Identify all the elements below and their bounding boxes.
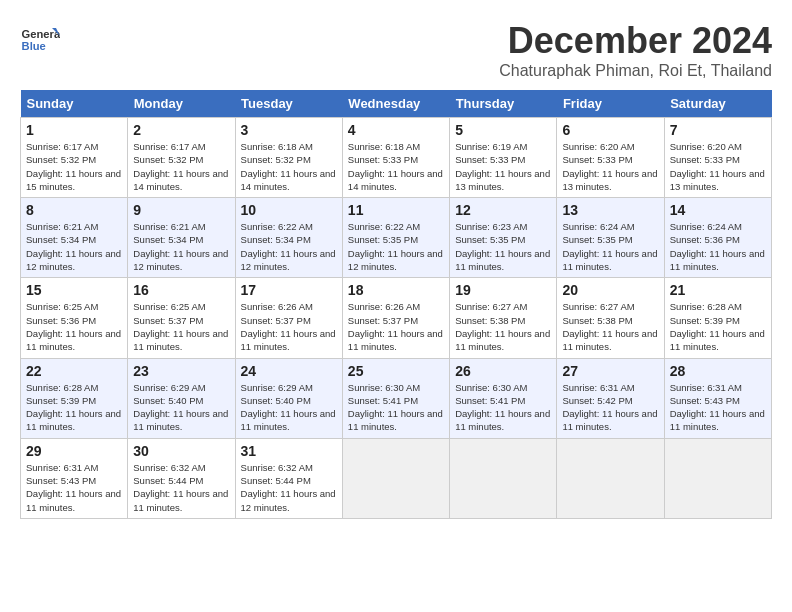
day-info: Sunrise: 6:30 AMSunset: 5:41 PMDaylight:…	[348, 381, 444, 434]
day-number: 22	[26, 363, 122, 379]
day-info: Sunrise: 6:26 AMSunset: 5:37 PMDaylight:…	[241, 300, 337, 353]
calendar-cell: 10Sunrise: 6:22 AMSunset: 5:34 PMDayligh…	[235, 198, 342, 278]
day-info: Sunrise: 6:32 AMSunset: 5:44 PMDaylight:…	[241, 461, 337, 514]
day-number: 16	[133, 282, 229, 298]
day-info: Sunrise: 6:29 AMSunset: 5:40 PMDaylight:…	[133, 381, 229, 434]
col-friday: Friday	[557, 90, 664, 118]
day-info: Sunrise: 6:20 AMSunset: 5:33 PMDaylight:…	[670, 140, 766, 193]
day-info: Sunrise: 6:20 AMSunset: 5:33 PMDaylight:…	[562, 140, 658, 193]
day-number: 17	[241, 282, 337, 298]
location-subtitle: Chaturaphak Phiman, Roi Et, Thailand	[499, 62, 772, 80]
day-number: 26	[455, 363, 551, 379]
calendar-cell: 28Sunrise: 6:31 AMSunset: 5:43 PMDayligh…	[664, 358, 771, 438]
col-sunday: Sunday	[21, 90, 128, 118]
day-number: 29	[26, 443, 122, 459]
day-info: Sunrise: 6:21 AMSunset: 5:34 PMDaylight:…	[26, 220, 122, 273]
calendar-cell: 16Sunrise: 6:25 AMSunset: 5:37 PMDayligh…	[128, 278, 235, 358]
day-number: 31	[241, 443, 337, 459]
day-info: Sunrise: 6:17 AMSunset: 5:32 PMDaylight:…	[133, 140, 229, 193]
day-number: 14	[670, 202, 766, 218]
day-number: 5	[455, 122, 551, 138]
day-number: 8	[26, 202, 122, 218]
header-row: Sunday Monday Tuesday Wednesday Thursday…	[21, 90, 772, 118]
calendar-cell: 9Sunrise: 6:21 AMSunset: 5:34 PMDaylight…	[128, 198, 235, 278]
day-info: Sunrise: 6:19 AMSunset: 5:33 PMDaylight:…	[455, 140, 551, 193]
day-info: Sunrise: 6:21 AMSunset: 5:34 PMDaylight:…	[133, 220, 229, 273]
day-number: 2	[133, 122, 229, 138]
calendar-cell: 12Sunrise: 6:23 AMSunset: 5:35 PMDayligh…	[450, 198, 557, 278]
calendar-cell	[450, 438, 557, 518]
header: General Blue December 2024 Chaturaphak P…	[20, 20, 772, 80]
calendar-cell: 14Sunrise: 6:24 AMSunset: 5:36 PMDayligh…	[664, 198, 771, 278]
day-number: 1	[26, 122, 122, 138]
calendar-week-2: 8Sunrise: 6:21 AMSunset: 5:34 PMDaylight…	[21, 198, 772, 278]
calendar-cell: 26Sunrise: 6:30 AMSunset: 5:41 PMDayligh…	[450, 358, 557, 438]
calendar-week-1: 1Sunrise: 6:17 AMSunset: 5:32 PMDaylight…	[21, 118, 772, 198]
calendar-cell: 19Sunrise: 6:27 AMSunset: 5:38 PMDayligh…	[450, 278, 557, 358]
day-info: Sunrise: 6:31 AMSunset: 5:43 PMDaylight:…	[26, 461, 122, 514]
logo: General Blue	[20, 20, 64, 60]
day-number: 23	[133, 363, 229, 379]
calendar-cell	[557, 438, 664, 518]
day-info: Sunrise: 6:23 AMSunset: 5:35 PMDaylight:…	[455, 220, 551, 273]
day-number: 19	[455, 282, 551, 298]
calendar-cell: 27Sunrise: 6:31 AMSunset: 5:42 PMDayligh…	[557, 358, 664, 438]
day-number: 9	[133, 202, 229, 218]
calendar-week-5: 29Sunrise: 6:31 AMSunset: 5:43 PMDayligh…	[21, 438, 772, 518]
day-number: 11	[348, 202, 444, 218]
svg-text:Blue: Blue	[22, 40, 46, 52]
day-info: Sunrise: 6:27 AMSunset: 5:38 PMDaylight:…	[455, 300, 551, 353]
calendar-cell: 18Sunrise: 6:26 AMSunset: 5:37 PMDayligh…	[342, 278, 449, 358]
day-number: 4	[348, 122, 444, 138]
calendar-cell: 8Sunrise: 6:21 AMSunset: 5:34 PMDaylight…	[21, 198, 128, 278]
calendar-cell: 29Sunrise: 6:31 AMSunset: 5:43 PMDayligh…	[21, 438, 128, 518]
day-info: Sunrise: 6:29 AMSunset: 5:40 PMDaylight:…	[241, 381, 337, 434]
day-info: Sunrise: 6:24 AMSunset: 5:36 PMDaylight:…	[670, 220, 766, 273]
day-number: 7	[670, 122, 766, 138]
col-saturday: Saturday	[664, 90, 771, 118]
day-info: Sunrise: 6:32 AMSunset: 5:44 PMDaylight:…	[133, 461, 229, 514]
day-number: 15	[26, 282, 122, 298]
day-number: 3	[241, 122, 337, 138]
col-wednesday: Wednesday	[342, 90, 449, 118]
calendar-cell: 20Sunrise: 6:27 AMSunset: 5:38 PMDayligh…	[557, 278, 664, 358]
calendar-week-4: 22Sunrise: 6:28 AMSunset: 5:39 PMDayligh…	[21, 358, 772, 438]
day-info: Sunrise: 6:22 AMSunset: 5:34 PMDaylight:…	[241, 220, 337, 273]
logo-icon: General Blue	[20, 20, 60, 60]
calendar-cell: 1Sunrise: 6:17 AMSunset: 5:32 PMDaylight…	[21, 118, 128, 198]
day-number: 6	[562, 122, 658, 138]
day-number: 27	[562, 363, 658, 379]
day-number: 10	[241, 202, 337, 218]
day-number: 21	[670, 282, 766, 298]
day-info: Sunrise: 6:18 AMSunset: 5:32 PMDaylight:…	[241, 140, 337, 193]
calendar-cell: 25Sunrise: 6:30 AMSunset: 5:41 PMDayligh…	[342, 358, 449, 438]
calendar-cell: 22Sunrise: 6:28 AMSunset: 5:39 PMDayligh…	[21, 358, 128, 438]
col-monday: Monday	[128, 90, 235, 118]
day-info: Sunrise: 6:24 AMSunset: 5:35 PMDaylight:…	[562, 220, 658, 273]
day-info: Sunrise: 6:17 AMSunset: 5:32 PMDaylight:…	[26, 140, 122, 193]
day-info: Sunrise: 6:31 AMSunset: 5:43 PMDaylight:…	[670, 381, 766, 434]
calendar-week-3: 15Sunrise: 6:25 AMSunset: 5:36 PMDayligh…	[21, 278, 772, 358]
calendar-cell: 24Sunrise: 6:29 AMSunset: 5:40 PMDayligh…	[235, 358, 342, 438]
calendar-cell: 15Sunrise: 6:25 AMSunset: 5:36 PMDayligh…	[21, 278, 128, 358]
day-info: Sunrise: 6:31 AMSunset: 5:42 PMDaylight:…	[562, 381, 658, 434]
calendar-cell: 7Sunrise: 6:20 AMSunset: 5:33 PMDaylight…	[664, 118, 771, 198]
title-area: December 2024 Chaturaphak Phiman, Roi Et…	[499, 20, 772, 80]
calendar-cell: 17Sunrise: 6:26 AMSunset: 5:37 PMDayligh…	[235, 278, 342, 358]
day-number: 18	[348, 282, 444, 298]
day-info: Sunrise: 6:30 AMSunset: 5:41 PMDaylight:…	[455, 381, 551, 434]
calendar-cell: 6Sunrise: 6:20 AMSunset: 5:33 PMDaylight…	[557, 118, 664, 198]
day-number: 12	[455, 202, 551, 218]
calendar-cell	[342, 438, 449, 518]
day-number: 25	[348, 363, 444, 379]
day-number: 13	[562, 202, 658, 218]
calendar-cell: 30Sunrise: 6:32 AMSunset: 5:44 PMDayligh…	[128, 438, 235, 518]
day-info: Sunrise: 6:25 AMSunset: 5:36 PMDaylight:…	[26, 300, 122, 353]
day-number: 20	[562, 282, 658, 298]
day-number: 30	[133, 443, 229, 459]
calendar-cell: 13Sunrise: 6:24 AMSunset: 5:35 PMDayligh…	[557, 198, 664, 278]
calendar-cell: 31Sunrise: 6:32 AMSunset: 5:44 PMDayligh…	[235, 438, 342, 518]
col-tuesday: Tuesday	[235, 90, 342, 118]
day-info: Sunrise: 6:26 AMSunset: 5:37 PMDaylight:…	[348, 300, 444, 353]
day-info: Sunrise: 6:28 AMSunset: 5:39 PMDaylight:…	[26, 381, 122, 434]
